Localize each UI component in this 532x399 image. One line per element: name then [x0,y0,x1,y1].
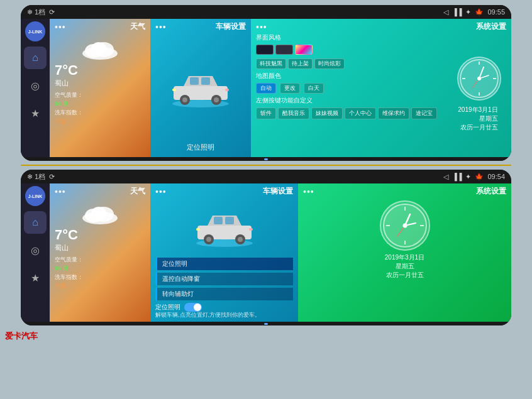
ui-style-label: 界面风格 [256,33,445,42]
status-bar-left-bottom: ❄ 1档 ⟳ [27,172,55,182]
sidebar-item-nav-2[interactable]: ◎ [24,239,47,261]
svg-rect-29 [214,217,223,224]
weather-dots[interactable]: ••• [55,22,66,32]
map-btn-day[interactable]: 白天 [304,83,324,94]
weather-title: 天气 [130,21,145,32]
system-title-2: 系统设置 [476,186,506,197]
theme-btn-dark[interactable]: 科技魅黑 [256,58,286,69]
svg-rect-36 [249,228,253,231]
sidebar-bottom: J-LINK ⌂ ◎ ★ [21,183,50,322]
svg-point-3 [91,42,106,55]
weather-city: 蜀山 [55,79,145,88]
car-label-top: 定位照明 [155,141,246,155]
fan-icon-2: ❄ 1档 [27,172,45,182]
svg-rect-6 [190,77,199,85]
status-bar-right-bottom: ◁ ▐▐ ✦ 🍁 09:54 [443,173,505,181]
svg-rect-13 [225,89,229,91]
toggle-description: 解锁车辆,点亮位置灯,方便找到你的爱车。 [155,312,293,319]
svg-rect-30 [225,217,234,224]
separator-line [21,165,511,166]
weather-panel-bottom: ••• 天气 7°C 蜀山 空气质量：96 良 [50,183,150,322]
theme-swatch-dark[interactable] [256,45,274,55]
sidebar-item-home-2[interactable]: ⌂ [24,211,47,234]
func-btn-5[interactable]: 维保求约 [378,107,409,119]
clock-display: 09:55 [487,8,505,16]
sidebar-item-nav[interactable]: ◎ [24,74,47,97]
theme-swatches [256,45,445,55]
bt-icon: ✦ [465,8,471,16]
sidebar-item-home[interactable]: ⌂ [24,46,47,69]
weather-city-2: 蜀山 [55,243,145,253]
svg-rect-12 [172,89,176,91]
outer-wrapper: ❄ 1档 ⟳ ◁ ▐▐ ✦ 🍁 09:55 J-LINK ⌂ ◎ ★ [0,0,532,399]
system-panel-top: ••• 系统设置 界面风格 [251,19,511,157]
func-buttons: 斩件 酷我音乐 妹妹视频 个人中心 维保求约 途记宝 [256,107,445,119]
func-btn-4[interactable]: 个人中心 [345,107,376,119]
car-title: 车辆设置 [216,21,246,32]
system-header: ••• 系统设置 [256,21,506,32]
battery-icon-2: 🍁 [475,173,484,181]
theme-swatch-mid[interactable] [275,45,293,55]
theme-swatch-color[interactable] [295,45,313,55]
sidebar-top: J-LINK ⌂ ◎ ★ [21,19,50,157]
system-dots-2[interactable]: ••• [303,187,314,197]
indicator-bar-bottom [21,322,511,325]
svg-point-22 [477,77,481,80]
fan-icon: ❄ 1档 [27,8,45,17]
status-bar-top: ❄ 1档 ⟳ ◁ ▐▐ ✦ 🍁 09:55 [21,5,511,19]
clock-top [457,57,501,101]
car-dots[interactable]: ••• [155,22,167,32]
svg-point-26 [91,207,106,219]
watermark: 爱卡汽车 [0,329,532,343]
indicator-bar-top [21,157,511,161]
car-image-top [155,33,246,141]
map-btn-change[interactable]: 更改 [280,83,300,94]
panels-top: ••• 天气 7°C 蜀山 空气质量：96 良 [50,19,511,157]
battery-icon: 🍁 [475,8,484,16]
sidebar-item-star[interactable]: ★ [24,102,47,124]
jlink-badge[interactable]: J-LINK [25,21,45,41]
toggle-label: 定位照明 [155,303,180,312]
signal-icon: ▐▐ [452,8,462,16]
status-bar-right-top: ◁ ▐▐ ✦ 🍁 09:55 [443,8,505,16]
map-btn-auto[interactable]: 自动 [256,83,276,94]
car-title-2: 车辆设置 [263,186,293,197]
func-btn-1[interactable]: 斩件 [256,107,276,119]
func-btn-2[interactable]: 酷我音乐 [278,107,309,119]
car-dots-2[interactable]: ••• [155,187,167,197]
svg-point-11 [214,97,219,102]
sidebar-item-star-2[interactable]: ★ [24,266,47,289]
theme-btn-mid[interactable]: 待上架 [288,58,313,69]
status-bar-left-top: ❄ 1档 ⟳ [27,8,55,17]
theme-btn-colorful[interactable]: 时尚炫彩 [314,58,345,69]
car-header-2: ••• 车辆设置 [155,186,293,197]
weather-panel-top: ••• 天气 7°C 蜀山 空气质量：96 良 [50,19,150,157]
svg-rect-7 [201,77,210,85]
screen-content-top: J-LINK ⌂ ◎ ★ ••• 天气 [21,19,511,157]
screen-content-bottom: J-LINK ⌂ ◎ ★ ••• 天气 [21,183,511,322]
func-btn-3[interactable]: 妹妹视频 [311,107,343,119]
toggle-switch[interactable] [184,303,202,312]
svg-point-9 [182,97,187,102]
weather-dots-2[interactable]: ••• [55,187,66,197]
jlink-badge-2[interactable]: J-LINK [25,186,45,206]
car-panel-bottom: ••• 车辆设置 [150,183,298,322]
left-btn-title: 左侧按键功能自定义 [256,96,445,105]
system-dots[interactable]: ••• [256,22,267,32]
func-btn-6[interactable]: 途记宝 [411,107,437,119]
indicator-dot-top [264,158,268,160]
toggle-row: 定位照明 [155,303,293,312]
dropdown-item-1[interactable]: 定位照明 [155,258,293,270]
dropdown-item-2[interactable]: 遥控自动降窗 [155,273,293,285]
weather-temp-2: 7°C [55,227,145,243]
indicator-dot-bottom [264,323,268,325]
car-header: ••• 车辆设置 [155,21,246,32]
dropdown-item-3[interactable]: 转向辅助灯 [155,288,293,300]
volume-icon-2: ◁ [443,173,448,181]
weather-info-2: 空气质量：96 良 洗车指数：不宜 [55,255,145,291]
svg-point-34 [238,237,243,242]
weather-cloud [55,36,145,60]
system-title: 系统设置 [476,21,506,32]
clock-display-2: 09:54 [487,173,505,180]
clock-bottom [380,200,430,251]
